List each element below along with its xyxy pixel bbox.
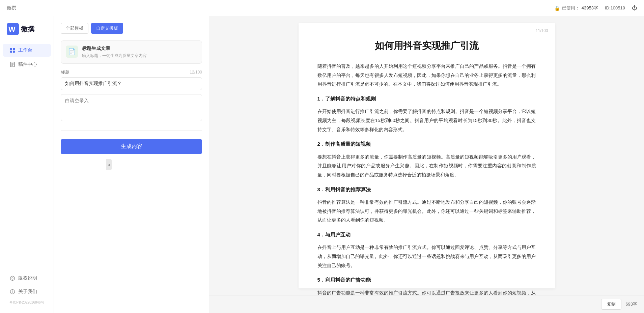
content-area: ◀ 全部模板 自定义模板 📄 标题生成文章 输入标题，一键生成高质量文章内容 标… [54,16,644,313]
article-section-0: 随着抖音的普及，越来越多的人开始利用这个短视频分享平台来推广自己的产品或服务。抖… [317,62,536,89]
workbench-icon [9,47,16,53]
usage-label: 已使用： [562,5,580,11]
article-section-3: 2．制作高质量的短视频 [317,139,536,149]
word-count-badge: 693字 [625,301,637,307]
template-card-icon: 📄 [66,46,78,58]
template-card-info: 标题生成文章 输入标题，一键生成高质量文章内容 [82,46,147,59]
collapse-sidebar-button[interactable]: ◀ [106,159,112,170]
copyright-label: 版权说明 [18,275,37,281]
about-icon: i [9,289,16,295]
article-section-4: 要想在抖音上获得更多的流量，你需要制作高质量的短视频。高质量的短视频能够吸引更多… [317,152,536,179]
copyright-icon: © [9,275,16,281]
topbar-id: ID:100519 [605,5,625,10]
sidebar-item-copyright[interactable]: © 版权说明 [3,272,51,285]
right-panel-wrapper: 11/100 如何用抖音实现推广引流 随着抖音的普及，越来越多的人开始利用这个短… [209,16,644,313]
form-title-input[interactable] [61,77,202,90]
article-section-8: 在抖音上与用户互动是一种非常有效的推广引流方式。你可以通过回复评论、点赞、分享等… [317,243,536,270]
article-body: 随着抖音的普及，越来越多的人开始利用这个短视频分享平台来推广自己的产品或服务。抖… [317,62,536,295]
left-panel: 全部模板 自定义模板 📄 标题生成文章 输入标题，一键生成高质量文章内容 标题 … [54,16,209,313]
icp-text: 粤ICP备2022016846号 [0,299,54,306]
svg-rect-3 [13,48,15,50]
form-title-label: 标题 [61,69,69,75]
tab-custom-templates[interactable]: 自定义模板 [91,23,123,34]
usage-count: 43953字 [582,5,598,11]
svg-text:i: i [12,290,13,294]
drafts-label: 稿件中心 [18,61,37,67]
workbench-label: 工作台 [18,47,32,53]
topbar-right: 🔒 已使用： 43953字 ID:100519 ⏻ [554,5,637,11]
topbar-usage: 🔒 已使用： 43953字 [554,5,598,11]
form-divider [61,131,202,131]
sidebar-item-drafts[interactable]: 稿件中心 [3,58,51,71]
logo-icon: W [7,23,19,35]
template-card-description: 输入标题，一键生成高质量文章内容 [82,53,147,59]
article-bottom-bar: 复制 693字 [209,295,644,313]
article-section-7: 4．与用户互动 [317,230,536,240]
lock-icon: 🔒 [554,5,560,11]
right-panel: 11/100 如何用抖音实现推广引流 随着抖音的普及，越来越多的人开始利用这个短… [209,16,644,295]
sidebar-item-about[interactable]: i 关于我们 [3,285,51,298]
generate-button[interactable]: 生成内容 [61,139,202,154]
tab-all-templates[interactable]: 全部模板 [61,23,88,34]
article-page-count: 11/100 [536,28,548,33]
article-section-5: 3．利用抖音的推荐算法 [317,185,536,195]
drafts-icon [9,61,16,67]
article-title: 如何用抖音实现推广引流 [317,39,536,52]
logo-area: W 微撰 [0,23,54,43]
svg-rect-2 [10,48,12,50]
logo-text: 微撰 [21,25,34,34]
main-layout: W 微撰 工作台 稿件中心 © 版权说明 [0,16,644,313]
template-card-title-article[interactable]: 📄 标题生成文章 输入标题，一键生成高质量文章内容 [61,40,202,64]
article-wrapper: 11/100 如何用抖音实现推广引流 随着抖音的普及，越来越多的人开始利用这个短… [299,23,555,288]
sidebar-item-workbench[interactable]: 工作台 [3,44,51,57]
svg-rect-4 [10,51,12,53]
article-section-2: 在开始使用抖音进行推广引流之前，你需要了解抖音的特点和规则。抖音是一个短视频分享… [317,107,536,134]
svg-rect-5 [13,51,15,53]
article-section-9: 5．利用抖音的广告功能 [317,275,536,285]
article-section-1: 1．了解抖音的特点和规则 [317,94,536,104]
copy-button[interactable]: 复制 [601,299,621,310]
form-title-label-row: 标题 12/100 [61,69,202,75]
topbar-title: 微撰 [7,5,16,11]
topbar: 微撰 🔒 已使用： 43953字 ID:100519 ⏻ [0,0,644,16]
svg-text:©: © [11,277,14,280]
sidebar: W 微撰 工作台 稿件中心 © 版权说明 [0,16,54,313]
form-title-count: 12/100 [190,70,202,75]
logout-icon[interactable]: ⏻ [632,5,637,11]
article-section-6: 抖音的推荐算法是一种非常有效的推广引流方式。通过不断地发布和分享自己的短视频，你… [317,198,536,225]
template-card-title: 标题生成文章 [82,46,147,52]
template-tabs: 全部模板 自定义模板 [61,23,202,34]
sidebar-bottom: © 版权说明 i 关于我们 粤ICP备2022016846号 [0,271,54,313]
about-label: 关于我们 [18,289,37,295]
form-keywords-textarea[interactable] [61,94,202,121]
svg-text:W: W [8,25,16,33]
article-section-10: 抖音的广告功能是一种非常有效的推广引流方式。你可以通过广告投放来让更多的人看到你… [317,288,536,295]
